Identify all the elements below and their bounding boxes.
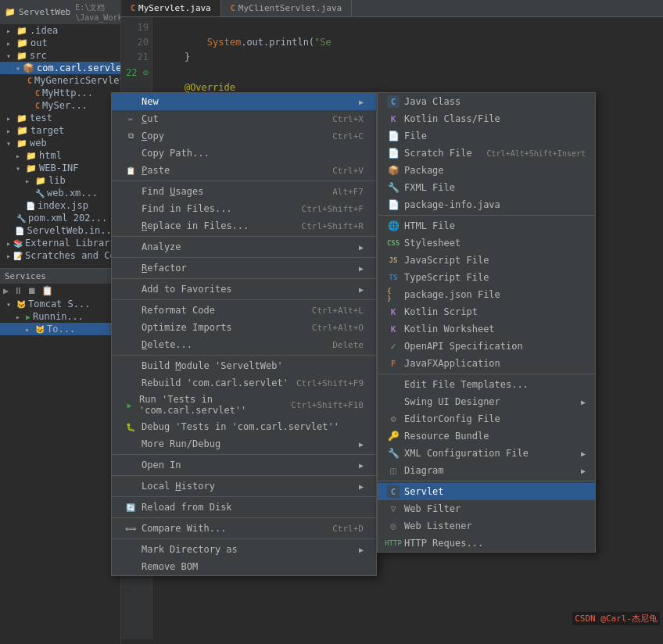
menu-item-delete[interactable]: Delete... Delete	[112, 336, 376, 353]
submenu-item-scratchfile[interactable]: 📄 Scratch File Ctrl+Alt+Shift+Insert	[378, 145, 595, 162]
menu-item-copypath[interactable]: Copy Path...	[112, 145, 376, 162]
tree-item-myser[interactable]: C MySer...	[0, 99, 120, 112]
submenu-item-file[interactable]: 📄 File	[378, 127, 595, 145]
menu-item-addtofav[interactable]: Add to Favorites ▶	[112, 281, 376, 298]
menu-item-removebom[interactable]: Remove BOM	[112, 558, 376, 575]
tree-item-html[interactable]: 📁 html	[0, 149, 120, 162]
menu-item-debugtests[interactable]: 🐛 Debug 'Tests in 'com.carl.servlet''	[112, 418, 376, 435]
editfiletemplates-left: Edit File Templates...	[387, 378, 529, 391]
submenu-item-packageinfo[interactable]: 📄 package-info.java	[378, 196, 595, 213]
submenu-item-htmlfile[interactable]: 🌐 HTML File	[378, 217, 595, 234]
tree-item-tomcat[interactable]: 🐱 Tomcat S...	[0, 298, 120, 310]
menu-item-analyze[interactable]: Analyze ▶	[112, 238, 376, 256]
copy-left: ⧉ Copy	[124, 130, 164, 142]
submenu-item-xmlconfigfile[interactable]: 🔧 XML Configuration File ▶	[378, 445, 595, 462]
tree-item-mygenericservlet[interactable]: C MyGenericServlet	[0, 74, 120, 87]
services-btn-4[interactable]: 📋	[41, 285, 53, 296]
submenu-item-weblistener[interactable]: ◎ Web Listener	[378, 517, 595, 535]
menu-label-analyze: Analyze	[142, 242, 181, 252]
menu-item-copy[interactable]: ⧉ Copy Ctrl+C	[112, 127, 376, 145]
submenu-item-javaclass[interactable]: C Java Class	[378, 93, 595, 110]
submenu-label-kotlinclass: Kotlin Class/File	[404, 113, 500, 124]
tree-item-webxml[interactable]: 🔧 web.xm...	[0, 187, 120, 199]
submenu-item-javafx[interactable]: F JavaFXApplication	[378, 355, 595, 372]
menu-item-markdiras[interactable]: Mark Directory as ▶	[112, 541, 376, 558]
submenu-item-servlet[interactable]: C Servlet	[378, 483, 595, 500]
menu-item-optimizeimports[interactable]: Optimize Imports Ctrl+Alt+O	[112, 319, 376, 336]
services-btn-1[interactable]: ▶	[3, 285, 9, 296]
submenu-item-packagejson[interactable]: { } package.json File	[378, 286, 595, 303]
submenu-item-resourcebundle[interactable]: 🔑 Resource Bundle	[378, 428, 595, 445]
menu-item-refactor[interactable]: Refactor ▶	[112, 259, 376, 277]
submenu-item-javascriptfile[interactable]: JS JavaScript File	[378, 252, 595, 269]
menu-item-new[interactable]: New ▶	[112, 93, 376, 110]
menu-item-reformatcode[interactable]: Reformat Code Ctrl+Alt+L	[112, 302, 376, 319]
menu-item-runtests[interactable]: ▶ Run 'Tests in 'com.carl.servlet'' Ctrl…	[112, 392, 376, 418]
submenu-item-editorconfigfile[interactable]: ⚙ EditorConfig File	[378, 410, 595, 428]
services-btn-3[interactable]: ⏹	[27, 285, 37, 296]
menu-label-buildmodule: Build Module 'ServeltWeb'	[142, 360, 283, 371]
tree-item-webinf[interactable]: 📁 WEB-INF	[0, 162, 120, 174]
tree-item-to[interactable]: 🐱 To...	[0, 323, 120, 335]
menu-item-reloadfromdisk[interactable]: 🔄 Reload from Disk	[112, 499, 376, 516]
tree-item-scratches[interactable]: 📝 Scratches and Co...	[0, 249, 120, 262]
editor-tab-myclientservlet[interactable]: C MyClientServlet.java	[221, 0, 352, 16]
menu-item-paste[interactable]: 📋 Paste Ctrl+V	[112, 162, 376, 179]
submenu-item-kotlinscript[interactable]: K Kotlin Script	[378, 303, 595, 320]
menu-item-findusages[interactable]: Find Usages Alt+F7	[112, 183, 376, 200]
tree-item-target[interactable]: 📁 target	[0, 124, 120, 137]
services-header: Services	[0, 269, 120, 284]
tree-label-com: com.carl.servlet	[37, 63, 121, 73]
menu-item-rebuild[interactable]: Rebuild 'com.carl.servlet' Ctrl+Shift+F9	[112, 374, 376, 392]
tree-label-out: out	[30, 38, 48, 48]
submenu-item-diagram[interactable]: ◫ Diagram ▶	[378, 462, 595, 479]
tree-item-out[interactable]: 📁 out	[0, 37, 120, 49]
tree-item-indexjsp[interactable]: 📄 index.jsp	[0, 199, 120, 212]
main-container: 📁 ServeltWeb E:\文档\Java_WorkSpace\Servel…	[0, 0, 663, 644]
submenu-item-stylesheet[interactable]: CSS Stylesheet	[378, 234, 595, 252]
line-num-21: 21	[124, 50, 149, 65]
cut-shortcut: Ctrl+X	[332, 114, 364, 124]
menu-label-addtofav: Add to Favorites	[142, 284, 232, 295]
submenu-item-httprequest[interactable]: HTTP HTTP Reques...	[378, 535, 595, 552]
tree-item-com-carl-servlet[interactable]: 📦 com.carl.servlet	[0, 62, 120, 74]
tree-item-lib[interactable]: 📁 lib	[0, 174, 120, 187]
submenu-item-kotlinclass[interactable]: K Kotlin Class/File	[378, 110, 595, 127]
tree-item-idea[interactable]: 📁 .idea	[0, 24, 120, 37]
openin-icon	[124, 459, 137, 471]
javaclass-left: C Java Class	[387, 95, 461, 108]
menu-item-morerundebug[interactable]: More Run/Debug ▶	[112, 435, 376, 453]
editor-tab-myservlet[interactable]: C MyServlet.java	[121, 0, 221, 16]
submenu-item-package[interactable]: 📦 Package	[378, 162, 595, 179]
tree-item-servlweb[interactable]: 📄 ServeltWeb.in...	[0, 224, 120, 237]
menu-item-buildmodule[interactable]: Build Module 'ServeltWeb'	[112, 357, 376, 374]
submenu-item-webfilter[interactable]: ▽ Web Filter	[378, 500, 595, 517]
submenu-item-kotlinworksheet[interactable]: K Kotlin Worksheet	[378, 320, 595, 338]
tree-item-myhttps[interactable]: C MyHttp...	[0, 87, 120, 99]
menu-item-findinfiles[interactable]: Find in Files... Ctrl+Shift+F	[112, 200, 376, 217]
submenu-item-swinguidesigner[interactable]: Swing UI Designer ▶	[378, 393, 595, 410]
java-icon-mygeneric: C	[27, 77, 32, 85]
tree-item-src[interactable]: 📁 src	[0, 49, 120, 62]
folder-icon-web: 📁	[16, 138, 27, 148]
menu-item-openin[interactable]: Open In ▶	[112, 456, 376, 474]
services-btn-2[interactable]: ⏸	[13, 285, 23, 296]
menu-item-localhistory[interactable]: Local History ▶	[112, 478, 376, 495]
javafx-icon: F	[387, 357, 400, 370]
copy-shortcut: Ctrl+C	[332, 131, 364, 141]
submenu-item-editfiletemplates[interactable]: Edit File Templates...	[378, 376, 595, 393]
submenu-item-openapi[interactable]: ✓ OpenAPI Specification	[378, 338, 595, 355]
submenu-item-fxmlfile[interactable]: 🔧 FXML File	[378, 179, 595, 196]
menu-item-replaceinfiles[interactable]: Replace in Files... Ctrl+Shift+R	[112, 217, 376, 234]
tree-item-test[interactable]: 📁 test	[0, 112, 120, 124]
analyze-left: Analyze	[124, 241, 181, 253]
tree-item-web[interactable]: 📁 web	[0, 137, 120, 149]
tree-item-running[interactable]: ▶ Runnin...	[0, 310, 120, 323]
menu-item-cut[interactable]: ✂ Cut Ctrl+X	[112, 110, 376, 127]
tree-item-extlibs[interactable]: 📚 External Libraries	[0, 237, 120, 249]
submenu-item-typescriptfile[interactable]: TS TypeScript File	[378, 269, 595, 286]
sep-10	[112, 517, 376, 518]
menu-item-comparewith[interactable]: ⟺ Compare With... Ctrl+D	[112, 520, 376, 537]
delete-icon	[124, 338, 137, 351]
tree-item-pomxml[interactable]: 🔧 pom.xml 202...	[0, 212, 120, 224]
